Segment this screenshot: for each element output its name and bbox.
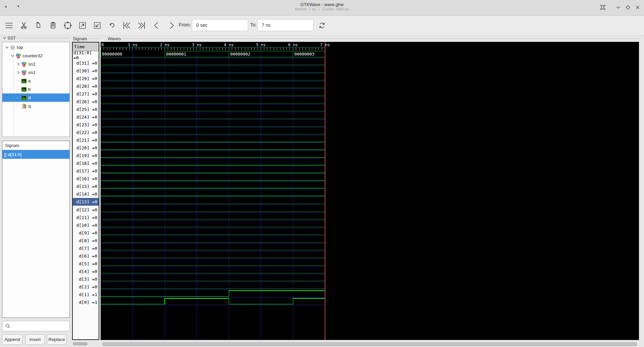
signal-row[interactable]: d[8] =0: [73, 237, 99, 245]
signal-row[interactable]: d[18] =0: [73, 159, 99, 167]
insert-button[interactable]: Insert: [25, 334, 45, 345]
wave-scrollbar[interactable]: [102, 342, 637, 346]
zoom-out-icon[interactable]: [91, 19, 104, 32]
signals-column-scrollbar[interactable]: [73, 342, 88, 345]
sst-frame-label: SST: [7, 36, 16, 41]
frame-divider: [17, 38, 70, 38]
signal-row[interactable]: d[31:0] =0: [73, 52, 99, 59]
to-input[interactable]: [257, 19, 314, 31]
module-icon: [21, 62, 27, 67]
cursor-status: Cursor: 3990 ps: [323, 7, 349, 11]
tree-item-label: b: [28, 87, 31, 92]
undo-icon[interactable]: [105, 19, 119, 32]
signal-row[interactable]: d[2] =0: [73, 283, 99, 291]
sst-tree-item-sn2[interactable]: sn2: [2, 60, 69, 68]
signal-row[interactable]: d[22] =0: [73, 129, 99, 136]
frame-divider: [89, 39, 100, 39]
fullscreen-icon[interactable]: [599, 3, 607, 11]
tree-item-label: top: [17, 45, 23, 50]
signal-row[interactable]: d[30] =0: [73, 67, 99, 75]
signal-icon: [21, 78, 27, 84]
expander-open-icon[interactable]: [4, 45, 9, 50]
expander-closed-icon[interactable]: [16, 62, 20, 67]
signal-row[interactable]: d[26] =0: [73, 98, 99, 106]
maximize-icon[interactable]: [624, 3, 632, 11]
cut-icon[interactable]: [17, 19, 31, 32]
signal-row[interactable]: d[19] =0: [73, 152, 99, 159]
signal-row[interactable]: d[21] =0: [73, 136, 99, 144]
to-end-icon[interactable]: [135, 19, 148, 32]
window-title: GTKWave - wave.ghw: [0, 2, 644, 7]
signal-row[interactable]: d[24] =0: [73, 113, 99, 121]
sst-tree-item-counter32[interactable]: counter32: [2, 52, 69, 60]
signal-row[interactable]: d[13] =0: [73, 198, 99, 206]
sst-tree-item-b[interactable]: b: [2, 85, 69, 93]
signal-row[interactable]: d[9] =0: [73, 229, 99, 237]
expander-open-icon[interactable]: [10, 54, 15, 58]
signal-row[interactable]: d[16] =0: [73, 175, 99, 183]
from-input[interactable]: [192, 19, 248, 31]
zoom-fit-icon[interactable]: [61, 19, 74, 32]
replace-button[interactable]: Replace: [47, 334, 66, 345]
module-icon: [21, 70, 27, 75]
status-separator: |: [319, 7, 320, 11]
signal-row[interactable]: d[4] =0: [73, 268, 99, 275]
signal-row[interactable]: d[25] =0: [73, 106, 99, 113]
signal-row[interactable]: d[1] =1: [73, 291, 99, 298]
sst-tree-item-sn1[interactable]: sn1: [2, 68, 69, 77]
signal-row[interactable]: d[7] =0: [73, 245, 99, 252]
signal-row[interactable]: d[3] =0: [73, 275, 99, 283]
search-icon: [5, 324, 10, 329]
signal-row[interactable]: d[5] =0: [73, 260, 99, 268]
tree-guide-stub: [16, 95, 20, 100]
sst-frame-header: SST: [2, 35, 70, 41]
signal-icon: [21, 87, 27, 92]
tree-item-label: counter32: [22, 53, 43, 58]
sst-tree-item-top[interactable]: top: [2, 43, 69, 52]
timeline-origin-label: 0: [101, 43, 104, 47]
expander-closed-icon[interactable]: [16, 70, 20, 75]
sst-tree-item-a[interactable]: a: [2, 77, 69, 85]
signal-row[interactable]: d[15] =0: [73, 183, 99, 190]
wave-canvas[interactable]: 01 ns2 ns3 ns4 ns5 ns6 ns7 ns00000000000…: [101, 42, 639, 340]
to-label: To:: [250, 22, 257, 27]
signal-row[interactable]: d[31] =0: [73, 59, 99, 67]
reload-icon[interactable]: [315, 19, 329, 32]
signal-row[interactable]: d[23] =0: [73, 121, 99, 129]
signal-row[interactable]: d[12] =0: [73, 206, 99, 214]
signal-row[interactable]: d[20] =0: [73, 144, 99, 152]
tree-item-label: a: [28, 78, 31, 83]
signal-search[interactable]: [2, 321, 70, 331]
signal-row[interactable]: d[0] =1: [73, 298, 99, 306]
signal-row[interactable]: d[28] =0: [73, 82, 99, 90]
signals-column: Time d[31:0] =0d[31] =0d[30] =0d[29] =0d…: [72, 42, 99, 340]
prev-edge-icon[interactable]: [150, 19, 163, 32]
signal-row[interactable]: d[27] =0: [73, 90, 99, 98]
signal-row[interactable]: d[10] =0: [73, 221, 99, 229]
signal-row[interactable]: d[29] =0: [73, 75, 99, 82]
sst-tree-item-d[interactable]: d: [2, 93, 69, 102]
close-icon[interactable]: [634, 3, 642, 11]
sst-tree-item-q[interactable]: q: [2, 102, 69, 110]
signals-list-item[interactable]: [] d[31:0]: [2, 150, 69, 159]
status-line: Marker: 7 ns | Cursor: 3990 ps: [0, 7, 644, 11]
copy-icon[interactable]: [32, 19, 45, 32]
minimize-icon[interactable]: [614, 3, 622, 11]
signal-row[interactable]: d[6] =0: [73, 252, 99, 260]
paste-icon[interactable]: [46, 19, 60, 32]
waveform-svg: 01 ns2 ns3 ns4 ns5 ns6 ns7 ns00000000000…: [101, 42, 639, 340]
bus-value-text: 00000002: [230, 52, 250, 57]
tree-guide-stub: [16, 79, 20, 83]
menu-icon[interactable]: [2, 19, 16, 32]
signal-row[interactable]: d[14] =0: [73, 190, 99, 198]
sst-expander-icon[interactable]: [2, 36, 7, 40]
append-button[interactable]: Append: [2, 334, 22, 345]
signal-row[interactable]: d[17] =0: [73, 167, 99, 175]
next-edge-icon[interactable]: [165, 19, 178, 32]
tree-item-label: sn1: [28, 70, 36, 75]
tree-item-label: q: [28, 103, 31, 109]
zoom-in-icon[interactable]: [76, 19, 89, 32]
to-start-icon[interactable]: [120, 19, 133, 32]
frame-divider: [122, 39, 639, 39]
signal-row[interactable]: d[11] =0: [73, 214, 99, 221]
